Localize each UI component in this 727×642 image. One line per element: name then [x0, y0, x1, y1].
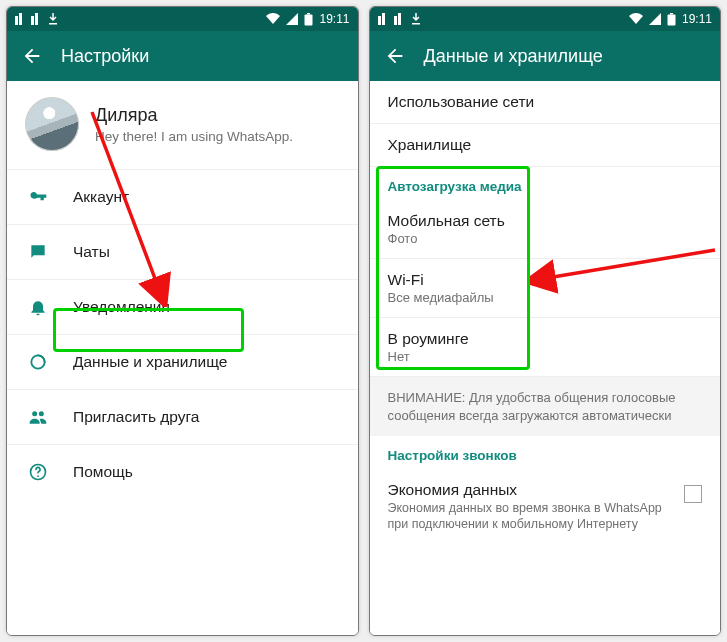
signal-icon	[286, 13, 298, 25]
settings-row-label: Уведомления	[73, 298, 170, 316]
svg-rect-2	[31, 16, 34, 25]
svg-rect-5	[307, 13, 310, 15]
svg-rect-18	[670, 13, 673, 15]
settings-row-account[interactable]: Аккаунт	[7, 170, 358, 225]
settings-row-label: Аккаунт	[73, 188, 129, 206]
phone-settings: 19:11 Настройки Диляра Hey there! I am u…	[6, 6, 359, 636]
row-subtitle: Фото	[388, 231, 703, 246]
data-usage-icon	[27, 351, 49, 373]
statusbar-indicator-icon	[378, 13, 388, 25]
row-title: Wi-Fi	[388, 271, 703, 289]
row-subtitle: Экономия данных во время звонка в WhatsA…	[388, 500, 673, 533]
section-header-autodownload: Автозагрузка медиа	[370, 167, 721, 200]
settings-row-label: Данные и хранилище	[73, 353, 227, 371]
help-icon	[27, 461, 49, 483]
svg-rect-15	[394, 16, 397, 25]
back-icon[interactable]	[21, 45, 43, 67]
svg-rect-6	[305, 14, 313, 25]
back-icon[interactable]	[384, 45, 406, 67]
profile-name: Диляра	[95, 104, 293, 127]
settings-row-label: Чаты	[73, 243, 110, 261]
svg-rect-3	[35, 13, 38, 25]
status-time: 19:11	[682, 12, 712, 26]
row-network-usage[interactable]: Использование сети	[370, 81, 721, 124]
row-title: Экономия данных	[388, 481, 673, 499]
row-title: Мобильная сеть	[388, 212, 703, 230]
bell-icon	[27, 296, 49, 318]
settings-row-data-storage[interactable]: Данные и хранилище	[7, 335, 358, 390]
app-bar: Настройки	[7, 31, 358, 81]
svg-rect-19	[667, 14, 675, 25]
settings-row-help[interactable]: Помощь	[7, 445, 358, 499]
app-bar-title: Данные и хранилище	[424, 46, 603, 67]
svg-point-8	[32, 411, 37, 416]
status-bar: 19:11	[7, 7, 358, 31]
voice-note-warning: ВНИМАНИЕ: Для удобства общения голосовые…	[370, 377, 721, 436]
settings-row-notifications[interactable]: Уведомления	[7, 280, 358, 335]
chat-icon	[27, 241, 49, 263]
status-time: 19:11	[319, 12, 349, 26]
app-bar: Данные и хранилище	[370, 31, 721, 81]
download-icon	[47, 13, 59, 25]
svg-rect-16	[398, 13, 401, 25]
statusbar-indicator-icon	[31, 13, 41, 25]
key-icon	[27, 186, 49, 208]
svg-rect-14	[382, 13, 385, 25]
settings-row-chats[interactable]: Чаты	[7, 225, 358, 280]
settings-row-label: Помощь	[73, 463, 133, 481]
battery-icon	[304, 13, 313, 26]
svg-point-9	[39, 411, 44, 416]
wifi-icon	[629, 13, 643, 25]
svg-rect-13	[378, 16, 381, 25]
section-header-calls: Настройки звонков	[370, 436, 721, 469]
row-mobile-data[interactable]: Мобильная сеть Фото	[370, 200, 721, 259]
svg-rect-1	[19, 13, 22, 25]
svg-rect-4	[49, 23, 57, 25]
profile-subtitle: Hey there! I am using WhatsApp.	[95, 129, 293, 144]
avatar	[25, 97, 79, 151]
statusbar-indicator-icon	[15, 13, 25, 25]
phone-data-storage: 19:11 Данные и хранилище Использование с…	[369, 6, 722, 636]
row-low-data[interactable]: Экономия данных Экономия данных во время…	[370, 469, 721, 545]
row-title: Хранилище	[388, 136, 703, 154]
status-bar: 19:11	[370, 7, 721, 31]
row-subtitle: Все медиафайлы	[388, 290, 703, 305]
row-roaming[interactable]: В роуминге Нет	[370, 318, 721, 377]
statusbar-indicator-icon	[394, 13, 404, 25]
row-storage[interactable]: Хранилище	[370, 124, 721, 167]
svg-rect-17	[412, 23, 420, 25]
settings-row-label: Пригласить друга	[73, 408, 199, 426]
svg-point-11	[37, 475, 39, 477]
battery-icon	[667, 13, 676, 26]
download-icon	[410, 13, 422, 25]
app-bar-title: Настройки	[61, 46, 149, 67]
row-wifi[interactable]: Wi-Fi Все медиафайлы	[370, 259, 721, 318]
row-subtitle: Нет	[388, 349, 703, 364]
checkbox-low-data[interactable]	[684, 485, 702, 503]
row-title: Использование сети	[388, 93, 703, 111]
people-icon	[27, 406, 49, 428]
wifi-icon	[266, 13, 280, 25]
row-title: В роуминге	[388, 330, 703, 348]
profile-row[interactable]: Диляра Hey there! I am using WhatsApp.	[7, 81, 358, 170]
svg-rect-0	[15, 16, 18, 25]
signal-icon	[649, 13, 661, 25]
settings-row-invite[interactable]: Пригласить друга	[7, 390, 358, 445]
